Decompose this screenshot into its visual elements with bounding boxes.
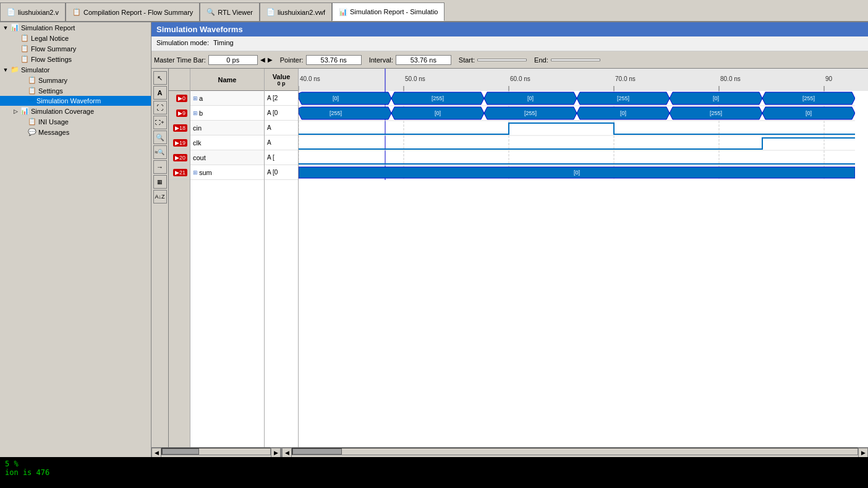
prev-arrow[interactable]: ◀: [260, 56, 265, 63]
tab-rtl[interactable]: 🔍 RTL Viewer: [200, 2, 260, 21]
svg-text:[255]: [255]: [802, 95, 815, 101]
find-tool[interactable]: 🔍: [153, 131, 167, 144]
tab-compilation[interactable]: 📋 Compilation Report - Flow Summary: [66, 2, 200, 21]
status-line2: ion is 476: [5, 468, 863, 477]
interval-value[interactable]: 53.76 ns: [396, 55, 451, 65]
scroll-right-btn[interactable]: ▶: [271, 448, 281, 458]
wave-icon: 〰: [28, 97, 35, 105]
sidebar-item-sim-waveform[interactable]: 〰 Simulation Waveform: [0, 96, 151, 106]
signal-scrollbar[interactable]: [161, 448, 271, 455]
signal-index-col: ▶0 ▶9 ▶18 ▶19 ▶20 ▶21: [169, 69, 190, 447]
wave-scrollbar[interactable]: [292, 448, 858, 455]
signal-sum-row[interactable]: ⊞ sum: [190, 165, 264, 180]
sidebar-item-ini-usage[interactable]: 📋 INI Usage: [0, 116, 151, 127]
sidebar-item-summary[interactable]: 📋 Summary: [0, 75, 151, 85]
svg-text:[0]: [0]: [435, 110, 441, 116]
left-toolbar: ↖ A ⛶ ⛶+ 🔍 ≈🔍 → ▦ A↓Z: [151, 69, 169, 447]
expand-a[interactable]: ⊞: [193, 95, 198, 101]
sidebar-item-sim-report[interactable]: ▼ 📊 Simulation Report: [0, 22, 151, 33]
scroll-left-btn[interactable]: ◀: [151, 448, 161, 458]
sidebar-item-settings[interactable]: 📋 Settings: [0, 85, 151, 96]
signal-cin-row[interactable]: cin: [190, 121, 264, 135]
bottom-scroll-left: ◀ ▶ ◀ ▶: [151, 447, 868, 457]
wave-scrollbar-thumb[interactable]: [292, 448, 342, 455]
next-arrow[interactable]: ▶: [268, 56, 273, 63]
expand-icon: ▼: [2, 25, 9, 31]
signal-a-name: a: [199, 95, 203, 102]
group-tool[interactable]: ▦: [153, 175, 167, 189]
sidebar: ▼ 📊 Simulation Report 📋 Legal Notice 📋 F…: [0, 22, 151, 457]
svg-text:[255]: [255]: [617, 95, 629, 101]
signal-sum-name: sum: [199, 169, 212, 176]
signal-clk-row[interactable]: clk: [190, 135, 264, 150]
status-bar: 5 % ion is 476: [0, 457, 868, 488]
simulator-icon: 📁: [11, 66, 19, 74]
svg-text:[255]: [255]: [710, 110, 722, 116]
expand-b[interactable]: ⊞: [193, 110, 198, 116]
content-title: Simulation Waveforms: [156, 25, 243, 34]
svg-text:[0]: [0]: [333, 95, 339, 101]
svg-text:90: 90: [825, 75, 833, 82]
master-label: Master Time Bar:: [154, 56, 206, 64]
sidebar-item-sim-coverage[interactable]: ▷ 📊 Simulation Coverage: [0, 106, 151, 116]
arrow-tool[interactable]: →: [153, 160, 167, 174]
signal-b-row[interactable]: ⊞ b: [190, 106, 264, 121]
idx-0: ▶0: [169, 91, 190, 106]
zoom-area-tool[interactable]: ⛶+: [153, 116, 167, 129]
tab-file1[interactable]: 📄 liushuixian2.v: [0, 2, 66, 21]
settings-icon-2: 📋: [28, 87, 36, 95]
idx-19: ▶19: [169, 135, 190, 150]
signal-panel: ▶0 ▶9 ▶18 ▶19 ▶20 ▶21 Name ⊞ a ⊞: [169, 69, 868, 447]
text-tool[interactable]: A: [153, 86, 167, 100]
val-b: A [0: [265, 106, 298, 121]
signal-value-col: Value 0 p A [2 A [0 A A A [ A [0: [265, 69, 299, 447]
rtl-icon: 🔍: [206, 8, 215, 16]
status-line1: 5 %: [5, 460, 863, 468]
report-icon: 📋: [72, 8, 81, 16]
sidebar-item-messages[interactable]: 💬 Messages: [0, 127, 151, 137]
signal-cout-row[interactable]: cout: [190, 150, 264, 165]
svg-text:60.0 ns: 60.0 ns: [510, 75, 530, 82]
end-value[interactable]: [551, 59, 600, 61]
zoom-tool[interactable]: ⛶: [153, 101, 167, 114]
sidebar-item-simulator[interactable]: ▼ 📁 Simulator: [0, 64, 151, 75]
coverage-icon: 📊: [20, 107, 29, 115]
sidebar-item-flow-summary[interactable]: 📋 Flow Summary: [0, 43, 151, 54]
tab-vwf[interactable]: 📄 liushuixian2.vwf: [260, 2, 332, 21]
val-cin: A: [265, 121, 298, 135]
svg-text:[0]: [0]: [620, 110, 626, 116]
sidebar-item-legal-notice[interactable]: 📋 Legal Notice: [0, 33, 151, 43]
timing-bar: Master Time Bar: 0 ps ◀ ▶ Pointer: 53.76…: [151, 51, 868, 69]
index-header: [169, 69, 190, 91]
signal-clk-name: clk: [193, 139, 201, 147]
svg-text:[0]: [0]: [713, 95, 719, 101]
content-header: Simulation Waveforms: [151, 22, 868, 36]
sidebar-item-flow-settings[interactable]: 📋 Flow Settings: [0, 54, 151, 64]
svg-text:[255]: [255]: [524, 110, 537, 116]
signal-scrollbar-thumb[interactable]: [162, 448, 199, 455]
find-edge-tool[interactable]: ≈🔍: [153, 145, 167, 159]
time-ruler: 40.0 ns 50.0 ns 60.0 ns 70.0 ns 80.0 ns: [299, 69, 868, 91]
signal-a-row[interactable]: ⊞ a: [190, 91, 264, 106]
pointer-value[interactable]: 53.76 ns: [306, 55, 362, 65]
val-clk: A: [265, 135, 298, 150]
signal-b-name: b: [199, 109, 203, 117]
vwf-icon: 📄: [266, 8, 275, 16]
sort-tool[interactable]: A↓Z: [153, 190, 167, 203]
wave-scroll-right-btn[interactable]: ▶: [858, 448, 868, 458]
signal-name-col: Name ⊞ a ⊞ b cin clk: [190, 69, 265, 447]
expand-sum[interactable]: ⊞: [193, 169, 198, 176]
tab-simreport[interactable]: 📊 Simulation Report - Simulatio: [332, 2, 445, 21]
tab-bar: 📄 liushuixian2.v 📋 Compilation Report - …: [0, 0, 868, 22]
val-a: A [2: [265, 91, 298, 106]
svg-text:[255]: [255]: [330, 110, 342, 116]
cursor-tool[interactable]: ↖: [153, 71, 167, 85]
ini-icon: 📋: [28, 118, 36, 126]
wave-scroll-left-btn[interactable]: ◀: [282, 448, 292, 458]
start-label: Start:: [459, 56, 475, 64]
waveform-display[interactable]: 40.0 ns 50.0 ns 60.0 ns 70.0 ns 80.0 ns: [299, 69, 868, 447]
master-value[interactable]: 0 ps: [208, 55, 258, 65]
file-icon: 📄: [7, 8, 15, 16]
idx-20: ▶20: [169, 150, 190, 165]
start-value[interactable]: [477, 59, 527, 61]
